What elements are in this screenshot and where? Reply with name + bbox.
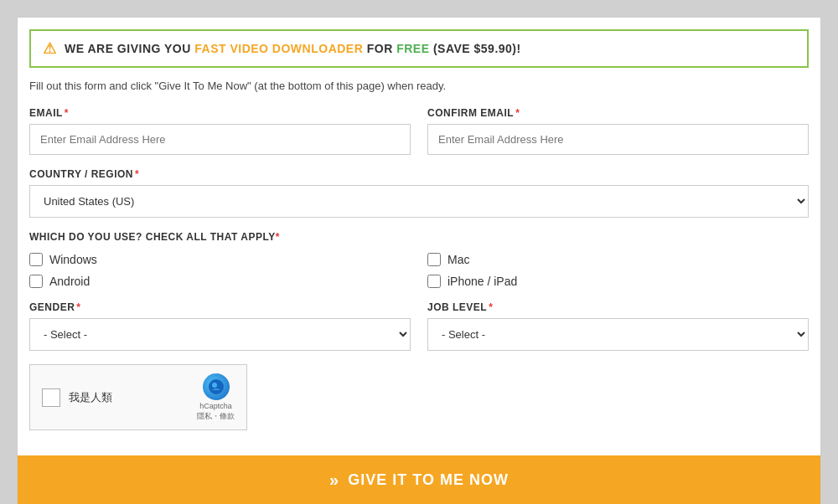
captcha-icon	[203, 373, 230, 400]
confirm-email-input[interactable]	[427, 124, 809, 155]
country-group: COUNTRY / REGION* United States (US) Can…	[29, 168, 809, 218]
checkbox-android: Android	[29, 275, 411, 288]
submit-label: GIVE IT TO ME NOW	[348, 471, 509, 489]
intro-text: Fill out this form and click "Give It To…	[29, 80, 809, 92]
country-select[interactable]: United States (US) Canada United Kingdom…	[29, 185, 809, 218]
alert-banner: ⚠ WE ARE GIVING YOU FAST VIDEO DOWNLOADE…	[29, 29, 809, 68]
iphone-checkbox[interactable]	[427, 275, 441, 288]
captcha-box[interactable]: 我是人類 hCaptcha 隱私・條款	[29, 364, 247, 430]
gender-group: GENDER* - Select - Male Female Other	[29, 301, 411, 351]
android-label: Android	[49, 275, 90, 288]
checkbox-mac: Mac	[427, 253, 809, 266]
checkbox-iphone: iPhone / iPad	[427, 275, 809, 288]
chevrons-icon: »	[329, 471, 339, 490]
job-level-label: JOB LEVEL*	[427, 301, 809, 313]
devices-section: WHICH DO YOU USE? CHECK ALL THAT APPLY* …	[29, 231, 809, 288]
email-label: EMAIL*	[29, 107, 411, 119]
mac-label: Mac	[447, 253, 469, 266]
email-group: EMAIL*	[29, 107, 411, 155]
windows-checkbox[interactable]	[29, 253, 43, 266]
captcha-row: 我是人類 hCaptcha 隱私・條款	[29, 364, 809, 430]
captcha-brand: hCaptcha 隱私・條款	[197, 402, 235, 421]
job-level-select[interactable]: - Select - Entry Level Mid Level Senior …	[427, 318, 809, 351]
iphone-label: iPhone / iPad	[447, 275, 517, 288]
captcha-text: 我是人類	[69, 390, 189, 405]
captcha-checkbox[interactable]	[42, 388, 60, 407]
gender-select[interactable]: - Select - Male Female Other	[29, 318, 411, 351]
checkbox-windows: Windows	[29, 253, 411, 266]
gender-job-row: GENDER* - Select - Male Female Other JOB…	[29, 301, 809, 351]
captcha-logo: hCaptcha 隱私・條款	[197, 373, 235, 421]
svg-point-1	[212, 383, 217, 388]
country-row: COUNTRY / REGION* United States (US) Can…	[29, 168, 809, 218]
gender-label: GENDER*	[29, 301, 411, 313]
checkbox-grid: Windows Mac Android iPhone / iPad	[29, 253, 809, 288]
alert-text: WE ARE GIVING YOU FAST VIDEO DOWNLOADER …	[65, 42, 521, 55]
confirm-email-group: CONFIRM EMAIL*	[427, 107, 809, 155]
email-input[interactable]	[29, 124, 411, 155]
warning-icon: ⚠	[43, 39, 56, 58]
job-level-group: JOB LEVEL* - Select - Entry Level Mid Le…	[427, 301, 809, 351]
email-row: EMAIL* CONFIRM EMAIL*	[29, 107, 809, 155]
submit-button[interactable]: » GIVE IT TO ME NOW	[18, 455, 820, 504]
confirm-email-label: CONFIRM EMAIL*	[427, 107, 809, 119]
mac-checkbox[interactable]	[427, 253, 441, 266]
windows-label: Windows	[49, 253, 97, 266]
android-checkbox[interactable]	[29, 275, 43, 288]
country-label: COUNTRY / REGION*	[29, 168, 809, 180]
